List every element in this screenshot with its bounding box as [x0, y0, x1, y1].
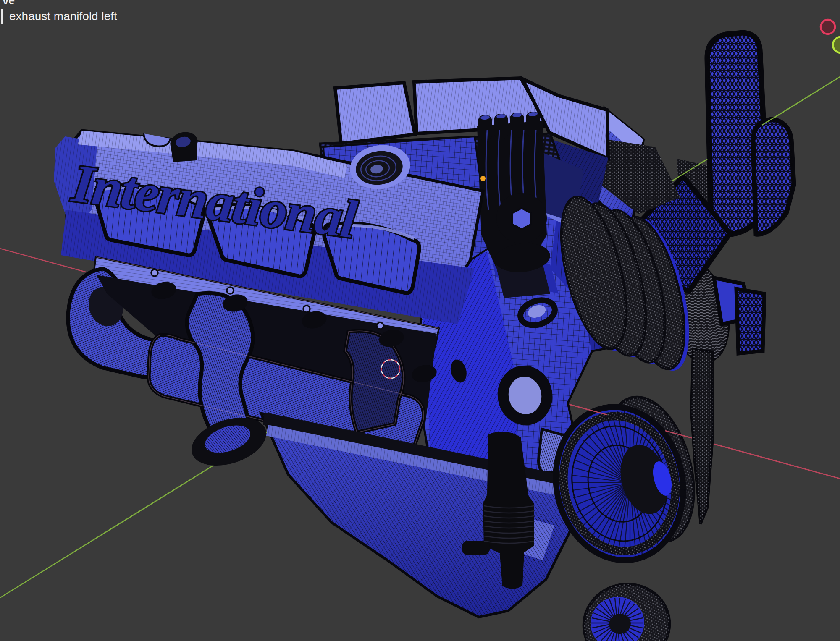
svg-text:exhaust manifold left: exhaust manifold left	[9, 10, 117, 23]
svg-text:ve: ve	[3, 0, 15, 7]
